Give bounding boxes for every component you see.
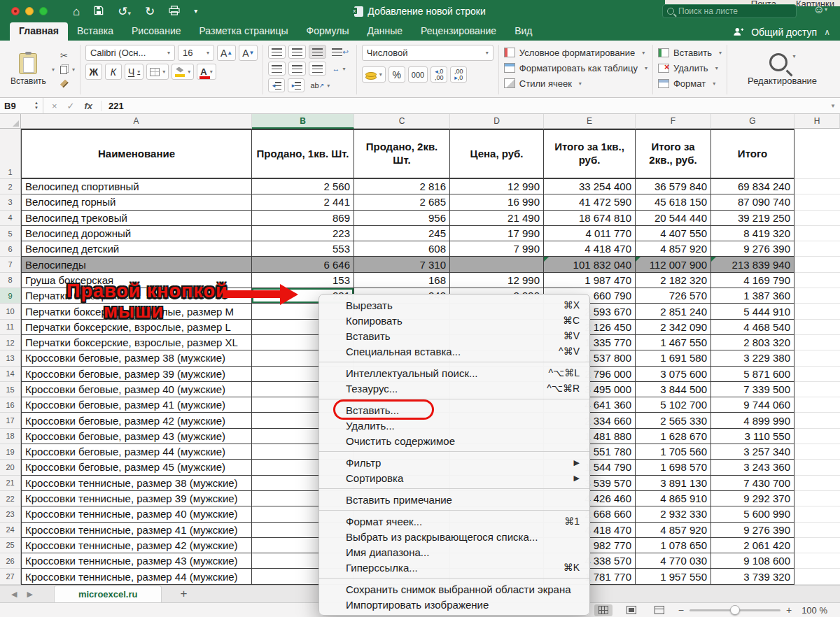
- cell-H9[interactable]: [794, 288, 840, 304]
- sheet-tab[interactable]: microexcel.ru: [54, 586, 162, 602]
- header-cell-E1[interactable]: Итого за 1кв., руб.: [544, 129, 636, 179]
- menu-item[interactable]: Выбрать из раскрывающегося списка...: [319, 529, 589, 544]
- format-painter-button[interactable]: [60, 78, 75, 90]
- cell-G17[interactable]: 4 899 990: [711, 413, 794, 428]
- underline-button[interactable]: Ч▾: [125, 64, 144, 80]
- cell-A3[interactable]: Велосипед горный: [21, 194, 252, 210]
- cell-C5[interactable]: 245: [354, 226, 450, 241]
- cell-H17[interactable]: [794, 413, 840, 428]
- cell-D2[interactable]: 12 990: [450, 179, 544, 194]
- column-header-B[interactable]: B: [252, 114, 354, 129]
- tab-3[interactable]: Рисование: [122, 22, 190, 41]
- cell-G6[interactable]: 9 276 390: [711, 241, 794, 257]
- menu-item[interactable]: Вставить⌘V: [319, 328, 589, 343]
- row-header-12[interactable]: 12: [0, 335, 21, 350]
- menu-item[interactable]: Вставить примечание: [319, 492, 589, 507]
- cell-A6[interactable]: Велосипед детский: [21, 241, 252, 257]
- cell-A22[interactable]: Кроссовки теннисные, размер 39 (мужские): [21, 491, 252, 506]
- cell-F12[interactable]: 1 467 550: [636, 335, 711, 350]
- cell-E7[interactable]: 101 832 040: [544, 257, 636, 272]
- row-header-9[interactable]: 9: [0, 288, 21, 304]
- cell-B4[interactable]: 869: [252, 211, 354, 226]
- header-cell-D1[interactable]: Цена, руб.: [450, 129, 544, 179]
- number-format-combo[interactable]: Числовой▾: [362, 45, 493, 61]
- row-header-2[interactable]: 2: [0, 179, 21, 194]
- column-header-H[interactable]: H: [794, 114, 840, 129]
- zoom-slider-knob[interactable]: [730, 605, 740, 615]
- font-name-combo[interactable]: Calibri (Осн...▾: [85, 45, 175, 61]
- row-header-22[interactable]: 22: [0, 491, 21, 506]
- minimize-window-button[interactable]: [25, 7, 34, 15]
- feedback-smiley-icon[interactable]: ☺▾: [813, 3, 827, 16]
- row-header-18[interactable]: 18: [0, 429, 21, 444]
- menu-item[interactable]: Копировать⌘C: [319, 313, 589, 328]
- page-break-view-button[interactable]: [650, 604, 668, 616]
- cell-B2[interactable]: 2 560: [252, 179, 354, 194]
- cell-F20[interactable]: 1 698 570: [636, 460, 711, 475]
- row-header-17[interactable]: 17: [0, 413, 21, 428]
- cell-B8[interactable]: 153: [252, 273, 354, 288]
- cell-F26[interactable]: 4 770 030: [636, 553, 711, 569]
- cell-F10[interactable]: 2 851 240: [636, 304, 711, 319]
- menu-item[interactable]: Фильтр▶: [319, 455, 589, 470]
- percent-style-button[interactable]: %: [388, 66, 405, 83]
- cell-F13[interactable]: 1 691 580: [636, 350, 711, 366]
- menu-item[interactable]: Тезаурус...^⌥⌘R: [319, 381, 589, 396]
- align-top-button[interactable]: [268, 45, 286, 59]
- insert-function-icon[interactable]: fx: [85, 101, 93, 111]
- cell-G25[interactable]: 2 061 420: [711, 538, 794, 553]
- header-cell-G1[interactable]: Итого: [711, 129, 794, 179]
- cell-H2[interactable]: [794, 179, 840, 194]
- cell-A18[interactable]: Кроссовки беговые, размер 43 (мужские): [21, 429, 252, 444]
- row-header-6[interactable]: 6: [0, 241, 21, 257]
- cell-E6[interactable]: 4 418 470: [544, 241, 636, 257]
- cell-F27[interactable]: 1 957 550: [636, 569, 711, 584]
- cell-H26[interactable]: [794, 553, 840, 569]
- row-header-19[interactable]: 19: [0, 444, 21, 460]
- zoom-slider[interactable]: [690, 609, 780, 611]
- page-layout-view-button[interactable]: [622, 604, 640, 616]
- decrease-indent-button[interactable]: ◂: [268, 78, 285, 92]
- cell-F6[interactable]: 4 857 920: [636, 241, 711, 257]
- row-header-4[interactable]: 4: [0, 211, 21, 226]
- search-input[interactable]: [677, 6, 775, 17]
- row-header-10[interactable]: 10: [0, 304, 21, 319]
- menu-item[interactable]: Формат ячеек...⌘1: [319, 513, 589, 529]
- fill-color-button[interactable]: ▾: [172, 64, 194, 80]
- align-left-button[interactable]: [268, 62, 286, 76]
- cell-F8[interactable]: 2 182 320: [636, 273, 711, 288]
- formula-input[interactable]: 221: [102, 101, 124, 111]
- menu-item[interactable]: Вставить...: [319, 402, 589, 418]
- cell-G4[interactable]: 39 219 250: [711, 211, 794, 226]
- cell-H4[interactable]: [794, 211, 840, 226]
- grow-font-button[interactable]: A▲: [217, 45, 236, 61]
- cell-F23[interactable]: 2 932 330: [636, 506, 711, 522]
- cell-H19[interactable]: [794, 444, 840, 460]
- align-bottom-button[interactable]: [309, 45, 326, 59]
- row-header-1[interactable]: 1: [0, 129, 21, 179]
- cell-A2[interactable]: Велосипед спортивный: [21, 179, 252, 194]
- cell-A14[interactable]: Кроссовки беговые, размер 39 (мужские): [21, 367, 252, 382]
- cell-A5[interactable]: Велосипед дорожный: [21, 226, 252, 241]
- cell-A16[interactable]: Кроссовки беговые, размер 41 (мужские): [21, 397, 252, 413]
- menu-item[interactable]: Сохранить снимок выбранной области экран…: [319, 581, 589, 597]
- row-header-21[interactable]: 21: [0, 476, 21, 491]
- menu-item[interactable]: Гиперссылка...⌘K: [319, 560, 589, 575]
- cell-A7[interactable]: Велосипеды: [21, 257, 252, 272]
- font-size-combo[interactable]: 16▾: [178, 45, 214, 61]
- tab-7[interactable]: Рецензирование: [412, 22, 505, 41]
- cell-B5[interactable]: 223: [252, 226, 354, 241]
- menu-item[interactable]: Импортировать изображение: [319, 597, 589, 612]
- next-sheet-icon[interactable]: ▶: [27, 590, 32, 599]
- cell-B7[interactable]: 6 646: [252, 257, 354, 272]
- wrap-text-button[interactable]: ↩: [329, 45, 351, 59]
- cell-E2[interactable]: 33 254 400: [544, 179, 636, 194]
- cell-G9[interactable]: 1 387 360: [711, 288, 794, 304]
- share-button[interactable]: Общий доступ: [751, 27, 817, 38]
- row-header-24[interactable]: 24: [0, 523, 21, 538]
- cell-H25[interactable]: [794, 538, 840, 553]
- row-header-26[interactable]: 26: [0, 553, 21, 569]
- cell-G24[interactable]: 9 276 390: [711, 523, 794, 538]
- tab-1[interactable]: Главная: [10, 22, 68, 41]
- cell-F21[interactable]: 3 891 130: [636, 476, 711, 491]
